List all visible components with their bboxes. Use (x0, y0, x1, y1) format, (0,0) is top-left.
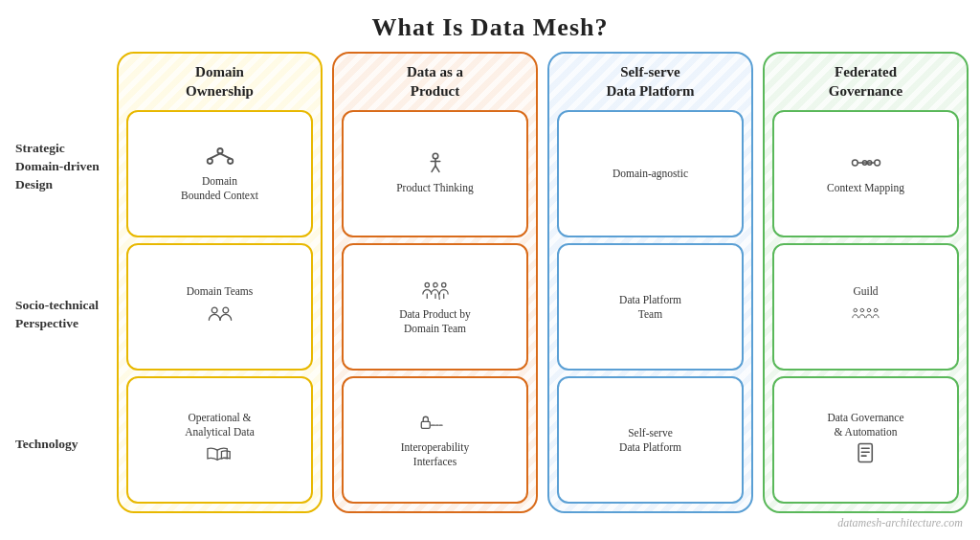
card-domain-bounded-context: Domain Bounded Context (126, 110, 313, 237)
card-label-domain-teams: Domain Teams (187, 284, 254, 299)
card-self-serve-data-platform: Self-serve Data Platform (557, 376, 744, 504)
col-header-domain-ownership: Domain Ownership (126, 61, 313, 104)
column-federated-governance: Federated Governance Context Mapping (763, 52, 969, 513)
card-data-product-domain-team: Data Product by Domain Team (342, 243, 528, 371)
card-label-domain-bounded-context: Domain Bounded Context (181, 174, 258, 203)
card-operational-analytical: Operational & Analytical Data (126, 376, 313, 504)
card-label-context-mapping: Context Mapping (827, 181, 904, 195)
card-domain-agnostic: Domain-agnostic (557, 110, 744, 237)
svg-point-23 (852, 160, 858, 166)
card-product-thinking: Product Thinking (342, 110, 528, 237)
svg-point-30 (867, 308, 871, 312)
card-data-governance-automation: Data Governance & Automation (772, 376, 959, 504)
svg-point-31 (874, 308, 878, 312)
people-icon (205, 303, 235, 329)
svg-point-24 (874, 160, 880, 166)
svg-point-8 (433, 153, 438, 159)
svg-rect-19 (421, 421, 430, 428)
row-labels: Strategic Domain-driven Design Socio-tec… (11, 52, 117, 513)
col-header-self-serve: Self-serve Data Platform (557, 61, 744, 104)
network-icon (205, 146, 235, 172)
column-data-as-product: Data as a Product Product Thinking (332, 52, 538, 513)
column-self-serve: Self-serve Data Platform Domain-agnostic… (547, 52, 753, 513)
svg-line-11 (432, 166, 435, 171)
svg-point-28 (853, 308, 857, 312)
svg-line-3 (210, 153, 220, 158)
svg-point-15 (441, 282, 445, 286)
card-data-platform-team: Data Platform Team (557, 243, 744, 371)
card-label-data-platform-team: Data Platform Team (619, 293, 681, 322)
svg-point-6 (222, 307, 228, 313)
col-header-data-as-product: Data as a Product (342, 61, 528, 104)
card-label-self-serve-data-platform: Self-serve Data Platform (619, 426, 681, 455)
row-label-strategic: Strategic Domain-driven Design (15, 140, 113, 194)
card-label-data-product-domain-team: Data Product by Domain Team (399, 307, 471, 336)
svg-point-14 (433, 282, 436, 286)
svg-point-29 (860, 308, 864, 312)
row-label-socio: Socio-technical Perspective (15, 297, 113, 333)
svg-line-12 (435, 166, 439, 171)
svg-line-4 (220, 153, 231, 158)
lock-plug-icon (420, 412, 451, 439)
card-label-domain-agnostic: Domain-agnostic (612, 167, 688, 181)
card-label-operational-analytical: Operational & Analytical Data (185, 411, 254, 439)
page-title: What Is Data Mesh? (0, 0, 980, 42)
card-label-guild: Guild (853, 284, 878, 299)
svg-point-13 (425, 282, 429, 286)
columns-area: Domain Ownership Domain Bounded Context (117, 52, 969, 513)
watermark: datamesh-architecture.com (837, 516, 963, 530)
card-context-mapping: Context Mapping (772, 110, 959, 237)
context-map-icon (851, 152, 881, 179)
card-label-data-governance-automation: Data Governance & Automation (827, 411, 903, 439)
card-label-product-thinking: Product Thinking (396, 181, 474, 195)
row-label-tech: Technology (15, 436, 113, 454)
card-interoperability-interfaces: Interoperability Interfaces (342, 376, 528, 504)
guild-people-icon (851, 303, 881, 329)
svg-point-5 (212, 307, 217, 313)
card-domain-teams: Domain Teams (126, 243, 313, 371)
document-icon (851, 442, 881, 469)
book-icon (205, 442, 235, 469)
col-header-federated-governance: Federated Governance (772, 61, 959, 104)
card-guild: Guild (772, 243, 959, 371)
team-data-icon (420, 279, 451, 305)
column-domain-ownership: Domain Ownership Domain Bounded Context (117, 52, 323, 513)
flask-icon (420, 152, 451, 179)
card-label-interoperability-interfaces: Interoperability Interfaces (401, 440, 470, 469)
